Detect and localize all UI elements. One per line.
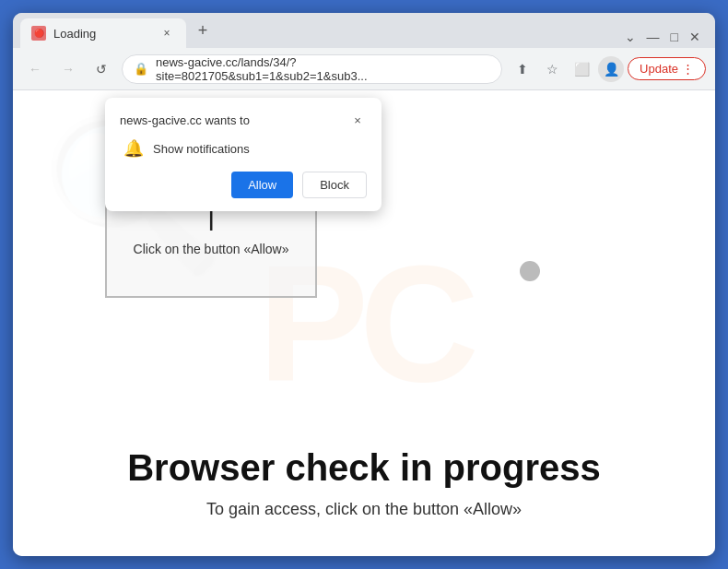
sub-text: To gain access, click on the button «All… [206, 500, 522, 519]
allow-button[interactable]: Allow [231, 172, 293, 198]
back-button[interactable]: ← [22, 56, 48, 82]
url-text: news-gacive.cc/lands/34/?site=8021705&su… [156, 55, 490, 83]
main-title: Browser check in progress [127, 447, 601, 489]
reload-button[interactable]: ↺ [88, 56, 114, 82]
profile-icon: 👤 [604, 62, 619, 77]
nav-bar: ← → ↺ 🔒 news-gacive.cc/lands/34/?site=80… [13, 48, 715, 90]
gray-dot [520, 261, 540, 281]
share-button[interactable]: ⬆ [510, 56, 535, 82]
popup-header: news-gacive.cc wants to × [120, 111, 367, 129]
update-label: Update [640, 62, 678, 76]
close-button[interactable]: ✕ [689, 30, 700, 44]
maximize-button[interactable]: □ [671, 30, 678, 44]
tab-close-button[interactable]: × [159, 25, 175, 41]
notification-popup: news-gacive.cc wants to × 🔔 Show notific… [105, 98, 382, 211]
arrow-caption: Click on the button «Allow» [134, 242, 289, 256]
tab-favicon: 🔴 [31, 26, 46, 41]
lock-icon: 🔒 [134, 62, 148, 76]
page-content: 🔍 PC news-gacive.cc wants to × 🔔 Show no… [13, 90, 715, 556]
active-tab[interactable]: 🔴 Loading × [20, 18, 186, 48]
update-button[interactable]: Update ⋮ [628, 57, 706, 80]
popup-close-button[interactable]: × [348, 111, 367, 129]
bell-icon: 🔔 [123, 138, 144, 159]
main-text-area: Browser check in progress To gain access… [13, 447, 715, 519]
tab-label: Loading [53, 27, 151, 41]
popup-title: news-gacive.cc wants to [120, 113, 250, 127]
window-controls: ⌄ — □ ✕ [625, 30, 708, 48]
popup-buttons: Allow Block [120, 172, 367, 198]
block-button[interactable]: Block [302, 172, 367, 198]
minimize-button[interactable]: — [647, 30, 660, 44]
notification-text: Show notifications [153, 142, 250, 156]
profile-button[interactable]: 👤 [598, 56, 624, 82]
new-tab-button[interactable]: + [190, 18, 216, 43]
chevron-icon[interactable]: ⌄ [625, 30, 636, 44]
browser-window: 🔴 Loading × + ⌄ — □ ✕ ← → ↺ 🔒 news-gaciv… [13, 13, 715, 556]
popup-notification-row: 🔔 Show notifications [120, 138, 367, 159]
bookmark-button[interactable]: ☆ [539, 56, 565, 82]
address-bar[interactable]: 🔒 news-gacive.cc/lands/34/?site=8021705&… [122, 54, 502, 84]
nav-actions: ⬆ ☆ ⬜ 👤 Update ⋮ [510, 56, 706, 82]
forward-button[interactable]: → [55, 56, 81, 82]
tab-bar: 🔴 Loading × + ⌄ — □ ✕ [13, 13, 715, 48]
extension-button[interactable]: ⬜ [569, 56, 594, 82]
update-menu-icon: ⋮ [682, 62, 694, 76]
